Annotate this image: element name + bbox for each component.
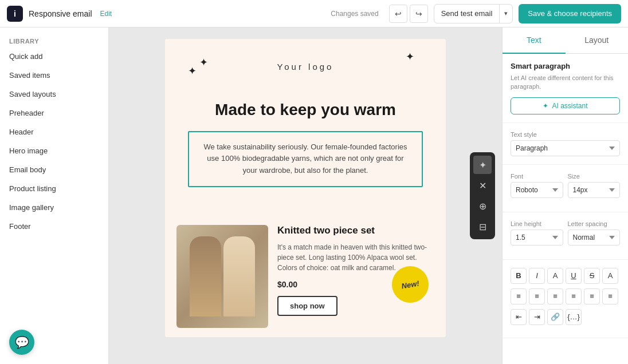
canvas-area: ✦ ✦ ✦ Your logo Made to keep you warm We…: [109, 27, 502, 364]
sidebar-item-quick-add[interactable]: Quick add: [0, 47, 108, 66]
chat-button[interactable]: 💬: [9, 330, 34, 355]
sidebar-item-footer[interactable]: Footer: [0, 217, 108, 236]
sparkle-icon-2: ✦: [188, 65, 197, 77]
right-panel: Text Layout Smart paragraph Let AI creat…: [502, 27, 628, 364]
canvas-toolbar: ✦ ✕ ⊕ ⊟: [470, 152, 495, 239]
sidebar: Library Quick add Saved items Saved layo…: [0, 27, 109, 364]
size-select[interactable]: 14px 12px 16px: [568, 182, 621, 198]
tab-layout[interactable]: Layout: [566, 27, 629, 54]
topbar: i Responsive email Edit Changes saved ↩ …: [0, 0, 628, 27]
toolbar-add-button[interactable]: ⊕: [473, 197, 492, 215]
smart-paragraph-title: Smart paragraph: [511, 62, 620, 70]
text-style-section: Text style Paragraph Heading 1 Heading 2…: [503, 123, 628, 165]
sparkle-icon-1: ✦: [199, 56, 208, 69]
variable-button[interactable]: {…}: [566, 309, 582, 325]
formatting-section: B I A U S A ≡ ≡ ≡ ≡ ≡ ≡ ⇤ ⇥ 🔗 {…}: [503, 260, 628, 338]
font-select[interactable]: Roboto Arial Georgia: [511, 182, 563, 198]
letter-spacing-col: Letter spacing Normal Wide Wider: [568, 220, 621, 246]
align-justify-button[interactable]: ≡: [566, 288, 582, 304]
sidebar-item-image-gallery[interactable]: Image gallery: [0, 198, 108, 217]
ai-assistant-button[interactable]: ✦ AI assistant: [511, 97, 620, 114]
changes-saved-status: Changes saved: [331, 10, 378, 18]
font-color-button[interactable]: A: [547, 268, 563, 284]
redo-button[interactable]: ↪: [410, 5, 428, 23]
ai-sparkle-icon: ✦: [543, 102, 548, 110]
ordered-list-button[interactable]: ≡: [584, 288, 600, 304]
save-choose-recipients-button[interactable]: Save & choose recipients: [519, 4, 621, 23]
edit-link[interactable]: Edit: [100, 10, 112, 18]
hero-body-wrapper[interactable]: We take sustainability seriously. Our fe…: [188, 131, 423, 187]
indent-right-button[interactable]: ⇥: [529, 309, 545, 325]
app-logo: i: [7, 6, 23, 22]
bold-button[interactable]: B: [511, 268, 527, 284]
align-right-button[interactable]: ≡: [547, 288, 563, 304]
formatting-row-2: ≡ ≡ ≡ ≡ ≡ ≡: [511, 288, 620, 304]
line-height-label: Line height: [511, 220, 563, 227]
app-title: Responsive email: [29, 9, 92, 18]
product-image: [176, 225, 268, 328]
hero-section: Made to keep you warm We take sustainabi…: [165, 89, 446, 216]
font-caps-button[interactable]: A: [602, 268, 618, 284]
line-letter-row: Line height 1.5 1 1.25 2 Letter spacing …: [511, 220, 620, 246]
sidebar-item-product-listing[interactable]: Product listing: [0, 179, 108, 198]
shop-now-button[interactable]: shop now: [277, 296, 337, 316]
product-figures: [190, 236, 255, 316]
letter-spacing-select[interactable]: Normal Wide Wider: [568, 230, 621, 246]
sidebar-item-preheader[interactable]: Preheader: [0, 104, 108, 122]
indent-left-button[interactable]: ⇤: [511, 309, 527, 325]
figure-2: [223, 236, 255, 316]
sidebar-item-hero-image[interactable]: Hero image: [0, 141, 108, 160]
formatting-row-1: B I A U S A: [511, 268, 620, 284]
line-letter-section: Line height 1.5 1 1.25 2 Letter spacing …: [503, 212, 628, 260]
product-image-placeholder: [176, 225, 268, 328]
undo-button[interactable]: ↩: [389, 5, 407, 23]
sidebar-section-library: Library: [0, 34, 108, 47]
figure-1: [190, 236, 221, 316]
toolbar-magic-button[interactable]: ✦: [473, 156, 492, 174]
smart-paragraph-section: Smart paragraph Let AI create different …: [503, 54, 628, 123]
link-button[interactable]: 🔗: [547, 309, 563, 325]
line-height-col: Line height 1.5 1 1.25 2: [511, 220, 563, 246]
product-section-wrapper: Knitted two piece set It's a match made …: [165, 216, 446, 337]
sparkle-icon-3: ✦: [406, 50, 414, 63]
underline-button[interactable]: U: [566, 268, 582, 284]
email-template: ✦ ✦ ✦ Your logo Made to keep you warm We…: [165, 39, 446, 337]
sidebar-item-email-body[interactable]: Email body: [0, 160, 108, 179]
font-label: Font: [511, 173, 563, 180]
size-col: Size 14px 12px 16px: [568, 173, 621, 198]
hero-title: Made to keep you warm: [188, 100, 423, 120]
hero-body-text: We take sustainability seriously. Our fe…: [201, 141, 410, 177]
unordered-list-button[interactable]: ≡: [602, 288, 618, 304]
size-label: Size: [568, 173, 621, 180]
send-test-button[interactable]: Send test email ▾: [434, 4, 513, 23]
line-height-select[interactable]: 1.5 1 1.25 2: [511, 230, 563, 246]
product-title: Knitted two piece set: [277, 225, 434, 236]
tab-text[interactable]: Text: [503, 27, 566, 54]
sidebar-item-saved-layouts[interactable]: Saved layouts: [0, 85, 108, 104]
font-col: Font Roboto Arial Georgia: [511, 173, 563, 198]
panel-tabs: Text Layout: [503, 27, 628, 54]
formatting-row-3: ⇤ ⇥ 🔗 {…}: [511, 309, 620, 325]
email-header: ✦ ✦ ✦ Your logo: [165, 39, 446, 89]
align-center-button[interactable]: ≡: [529, 288, 545, 304]
main-area: Library Quick add Saved items Saved layo…: [0, 27, 628, 364]
text-style-select[interactable]: Paragraph Heading 1 Heading 2 Heading 3: [511, 140, 620, 156]
font-size-row: Font Roboto Arial Georgia Size 14px 12px…: [511, 173, 620, 198]
smart-paragraph-desc: Let AI create different content for this…: [511, 74, 620, 92]
send-test-dropdown-arrow[interactable]: ▾: [500, 5, 512, 23]
letter-spacing-label: Letter spacing: [568, 220, 621, 227]
toolbar-crop-button[interactable]: ✕: [473, 176, 492, 195]
undo-redo-group: ↩ ↪: [389, 5, 428, 23]
strikethrough-button[interactable]: S: [584, 268, 600, 284]
align-left-button[interactable]: ≡: [511, 288, 527, 304]
sidebar-item-saved-items[interactable]: Saved items: [0, 66, 108, 85]
font-size-section: Font Roboto Arial Georgia Size 14px 12px…: [503, 165, 628, 212]
toolbar-save-button[interactable]: ⊟: [473, 217, 492, 236]
text-style-label: Text style: [511, 131, 620, 138]
italic-button[interactable]: I: [529, 268, 545, 284]
email-logo: Your logo: [176, 56, 434, 83]
send-test-label: Send test email: [434, 5, 500, 23]
sidebar-item-header[interactable]: Header: [0, 122, 108, 141]
